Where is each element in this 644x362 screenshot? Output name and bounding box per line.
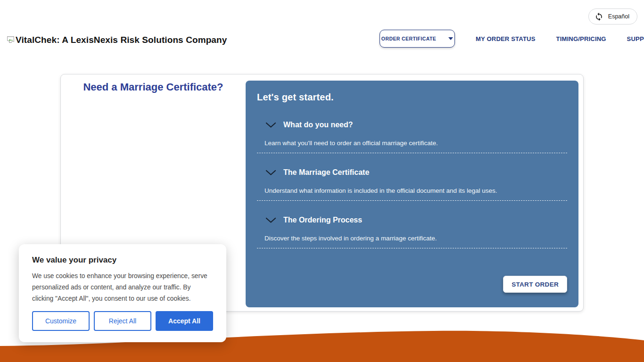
nav-link-my-order-status[interactable]: MY ORDER STATUS <box>476 35 536 42</box>
accordion-title: The Ordering Process <box>283 216 362 224</box>
chevron-down-icon <box>265 122 276 128</box>
logo[interactable]: VitalChek: A LexisNexis Risk Solutions C… <box>7 35 227 45</box>
logo-alt-text: VitalChek: A LexisNexis Risk Solutions C… <box>16 35 227 45</box>
order-certificate-label: ORDER CERTIFICATE <box>381 36 436 41</box>
accordion-the-ordering-process: The Ordering Process Discover the steps … <box>257 216 567 248</box>
panel-heading: Let's get started. <box>257 92 567 103</box>
accordion-the-marriage-certificate: The Marriage Certificate Understand what… <box>257 168 567 201</box>
accordion-header-what-do-you-need[interactable]: What do you need? <box>257 121 567 129</box>
cookie-consent-dialog: We value your privacy We use cookies to … <box>19 244 226 342</box>
nav-link-timing-pricing[interactable]: TIMING/PRICING <box>556 35 606 42</box>
chevron-down-icon <box>265 217 276 223</box>
language-label: Español <box>608 13 629 20</box>
page: Español VitalChek: A LexisNexis Risk Sol… <box>0 0 644 362</box>
cookie-dialog-title: We value your privacy <box>32 255 213 265</box>
reject-all-button[interactable]: Reject All <box>94 311 151 331</box>
cookie-dialog-actions: Customize Reject All Accept All <box>32 311 213 331</box>
accordion-title: What do you need? <box>283 121 353 129</box>
customize-button[interactable]: Customize <box>32 311 90 331</box>
nav-link-support[interactable]: SUPPORT <box>627 35 644 42</box>
dashed-divider <box>257 248 567 248</box>
start-order-button[interactable]: START ORDER <box>503 276 567 293</box>
chevron-down-icon <box>265 170 276 176</box>
main-nav: ORDER CERTIFICATE MY ORDER STATUS TIMING… <box>380 30 644 48</box>
accordion-header-the-marriage-certificate[interactable]: The Marriage Certificate <box>257 168 567 177</box>
accordion-description: Learn what you'll need to order an offic… <box>257 140 567 147</box>
accordion-description: Discover the steps involved in ordering … <box>257 235 567 242</box>
accordion-header-the-ordering-process[interactable]: The Ordering Process <box>257 216 567 224</box>
accept-all-button[interactable]: Accept All <box>156 311 213 331</box>
sync-icon <box>594 12 603 21</box>
accordion-description: Understand what information is included … <box>257 187 567 194</box>
order-certificate-dropdown[interactable]: ORDER CERTIFICATE <box>380 30 455 48</box>
dashed-divider <box>257 153 567 153</box>
broken-image-icon <box>7 36 15 44</box>
cookie-dialog-message: We use cookies to enhance your browsing … <box>32 271 209 304</box>
get-started-panel: Let's get started. What do you need? Lea… <box>246 81 578 307</box>
dashed-divider <box>257 200 567 201</box>
accordion-title: The Marriage Certificate <box>283 168 369 177</box>
chevron-down-icon <box>448 37 453 40</box>
language-toggle-button[interactable]: Español <box>588 8 637 25</box>
page-title: Need a Marriage Certificate? <box>61 81 246 93</box>
accordion-what-do-you-need: What do you need? Learn what you'll need… <box>257 121 567 153</box>
